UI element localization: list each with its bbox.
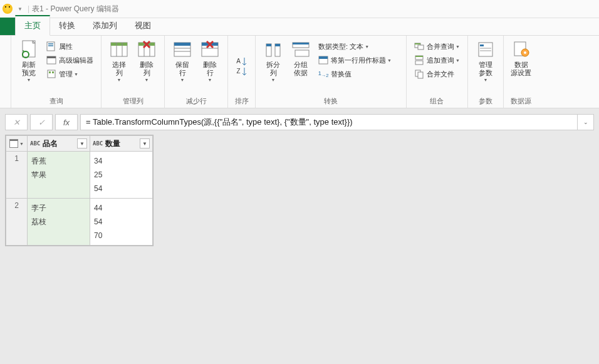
chevron-down-icon: ▼: [365, 44, 369, 49]
data-source-icon: [511, 39, 531, 60]
row-number: 2: [6, 199, 28, 246]
group-label-reduce-rows: 减少行: [165, 96, 227, 108]
formula-cancel-button[interactable]: ✕: [5, 114, 28, 130]
header-row-icon: [318, 55, 328, 65]
cell[interactable]: 34 25 54: [90, 152, 153, 199]
manage-icon: [46, 69, 56, 79]
svg-rect-31: [293, 43, 309, 44]
combine-files-button[interactable]: 合并文件: [412, 67, 462, 81]
sort-desc-button[interactable]: Z: [236, 68, 246, 75]
merge-queries-button[interactable]: 合并查询 ▼: [412, 39, 462, 53]
table-row[interactable]: 2 李子 荔枝 44 54 70: [6, 199, 153, 246]
ribbon: 刷新 预览 ▼ 属性 高级编辑器 管理 ▼ 查询: [0, 36, 599, 108]
cell[interactable]: 44 54 70: [90, 199, 153, 246]
fx-icon: fx: [63, 118, 70, 127]
svg-rect-8: [49, 71, 51, 73]
column-filter-button[interactable]: ▼: [77, 138, 87, 148]
column-header-数量[interactable]: ABC 数量 ▼: [90, 136, 153, 152]
refresh-preview-button[interactable]: 刷新 预览 ▼: [15, 38, 43, 87]
svg-rect-41: [418, 72, 423, 78]
data-source-settings-button[interactable]: 数据 源设置: [508, 38, 535, 87]
chevron-down-icon: ▼: [483, 78, 487, 82]
formula-accept-button[interactable]: ✓: [30, 114, 53, 130]
group-label-query: 查询: [11, 96, 101, 108]
svg-rect-4: [48, 45, 53, 46]
chevron-down-icon: ▼: [271, 78, 276, 82]
qat-dropdown-icon[interactable]: ▼: [18, 6, 23, 12]
group-query: 刷新 预览 ▼ 属性 高级编辑器 管理 ▼ 查询: [11, 36, 102, 108]
chevron-down-icon: ▼: [208, 78, 212, 82]
tab-add-column[interactable]: 添加列: [84, 16, 126, 35]
properties-button[interactable]: 属性: [44, 39, 96, 53]
window-title: 表1 - Power Query 编辑器: [32, 4, 119, 14]
combine-files-icon: [414, 69, 424, 79]
append-queries-button[interactable]: 追加查询 ▼: [412, 53, 462, 67]
file-tab[interactable]: [0, 18, 15, 35]
svg-rect-19: [174, 43, 190, 46]
tab-home[interactable]: 主页: [15, 15, 50, 36]
formula-expand-button[interactable]: ⌄: [578, 114, 594, 130]
group-by-button[interactable]: 分组 依据: [287, 38, 315, 87]
svg-point-48: [524, 51, 526, 54]
separator: |: [28, 4, 29, 13]
group-label-params: 参数: [468, 96, 503, 108]
sort-asc-button[interactable]: A: [236, 58, 247, 65]
remove-columns-icon: [137, 39, 157, 60]
advanced-editor-icon: [46, 55, 56, 65]
keep-rows-button[interactable]: 保留 行 ▼: [169, 38, 196, 87]
replace-values-icon: 1→2: [318, 69, 328, 79]
append-icon: [414, 55, 424, 65]
title-bar: ▼ | 表1 - Power Query 编辑器: [0, 0, 599, 18]
cell[interactable]: 李子 荔枝: [28, 199, 90, 246]
group-label-combine: 组合: [407, 96, 467, 108]
chevron-down-icon: ▼: [145, 78, 149, 82]
chevron-down-icon: ▼: [180, 78, 185, 82]
manage-parameters-button[interactable]: 管理 参数 ▼: [472, 38, 499, 87]
split-column-icon: [263, 39, 283, 60]
grid-corner[interactable]: ▼: [6, 136, 28, 152]
manage-button[interactable]: 管理 ▼: [44, 67, 96, 81]
svg-rect-9: [52, 71, 54, 73]
type-text-icon: ABC: [30, 140, 40, 147]
cell[interactable]: 香蕉 苹果: [28, 152, 90, 199]
group-parameters: 管理 参数 ▼ 参数: [468, 36, 504, 108]
svg-rect-6: [47, 56, 56, 58]
merge-icon: [414, 41, 424, 51]
svg-rect-28: [275, 44, 280, 46]
row-number: 1: [6, 152, 28, 199]
svg-rect-30: [295, 50, 309, 56]
first-row-header-button[interactable]: 将第一行用作标题 ▼: [316, 53, 401, 67]
svg-rect-33: [319, 56, 328, 59]
group-sort: A Z 排序: [228, 36, 256, 108]
group-data-source: 数据 源设置 数据源: [504, 36, 539, 108]
replace-values-button[interactable]: 1→2 替换值: [316, 67, 401, 81]
table-row[interactable]: 1 香蕉 苹果 34 25 54: [6, 152, 153, 199]
data-preview-area: ▼ ABC 品名 ▼ ABC 数量 ▼: [0, 135, 599, 364]
svg-rect-38: [415, 61, 423, 65]
tab-transform[interactable]: 转换: [50, 16, 84, 35]
data-type-button[interactable]: 数据类型: 文本 ▼: [316, 39, 401, 53]
refresh-icon: [19, 39, 39, 60]
chevron-down-icon: ▼: [456, 44, 460, 49]
parameters-icon: [476, 39, 496, 60]
chevron-down-icon: ▼: [19, 142, 24, 146]
split-column-button[interactable]: 拆分 列 ▼: [259, 38, 287, 87]
svg-rect-36: [415, 43, 420, 44]
keep-rows-icon: [172, 39, 192, 60]
advanced-editor-button[interactable]: 高级编辑器: [44, 53, 96, 67]
remove-rows-icon: [200, 39, 220, 60]
fx-button[interactable]: fx: [55, 114, 78, 130]
choose-columns-button[interactable]: 选择 列 ▼: [105, 38, 133, 87]
svg-rect-43: [480, 44, 484, 46]
chevron-down-icon: ▼: [117, 78, 122, 82]
svg-rect-39: [415, 56, 423, 57]
choose-columns-icon: [109, 39, 129, 60]
tab-view[interactable]: 视图: [126, 16, 160, 35]
column-filter-button[interactable]: ▼: [140, 138, 150, 148]
svg-rect-11: [111, 43, 127, 46]
remove-columns-button[interactable]: 删除 列 ▼: [133, 38, 160, 87]
chevron-down-icon: ▼: [27, 78, 31, 82]
remove-rows-button[interactable]: 删除 行 ▼: [196, 38, 224, 87]
formula-input[interactable]: = Table.TransformColumnTypes(源,{{"品名", t…: [80, 114, 578, 130]
column-header-品名[interactable]: ABC 品名 ▼: [28, 136, 90, 152]
